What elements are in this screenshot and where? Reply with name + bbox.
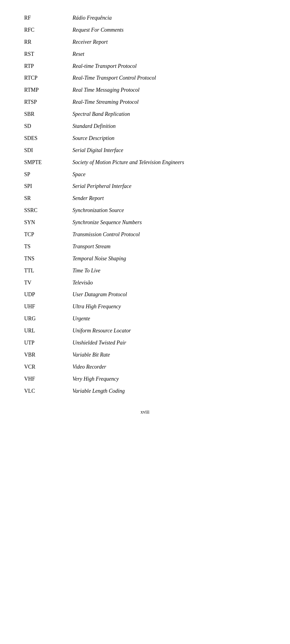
list-item: UDPUser Datagram Protocol — [24, 289, 266, 301]
list-item: URLUniform Resource Locator — [24, 325, 266, 337]
abbreviation: RF — [24, 12, 72, 24]
definition: Temporal Noise Shaping — [72, 253, 266, 265]
definition: Request For Comments — [72, 24, 266, 36]
list-item: TNSTemporal Noise Shaping — [24, 253, 266, 265]
definition: Synchronization Source — [72, 205, 266, 217]
list-item: RTCPReal-Time Transport Control Protocol — [24, 72, 266, 84]
list-item: SSRCSynchronization Source — [24, 205, 266, 217]
abbreviation: SD — [24, 120, 72, 132]
abbreviation: SP — [24, 169, 72, 181]
definition: Rádio Frequência — [72, 12, 266, 24]
definition: Very High Frequency — [72, 373, 266, 385]
definition: Reset — [72, 48, 266, 60]
abbreviation: SMPTE — [24, 157, 72, 169]
abbreviation: RFC — [24, 24, 72, 36]
abbreviation: SDI — [24, 144, 72, 157]
abbreviation: SSRC — [24, 205, 72, 217]
abbreviation: VBR — [24, 349, 72, 361]
definition: Real-Time Transport Control Protocol — [72, 72, 266, 84]
definition: Real-Time Streaming Protocol — [72, 96, 266, 108]
abbreviation: SDES — [24, 132, 72, 144]
list-item: SPSpace — [24, 169, 266, 181]
abbreviation: TNS — [24, 253, 72, 265]
list-item: VBRVariable Bit Rate — [24, 349, 266, 361]
list-item: VCRVideo Recorder — [24, 361, 266, 373]
list-item: SDStandard Definition — [24, 120, 266, 132]
definition: User Datagram Protocol — [72, 289, 266, 301]
abbreviation: TCP — [24, 229, 72, 241]
abbreviation: RTMP — [24, 84, 72, 96]
definition: Serial Digital Interface — [72, 144, 266, 157]
list-item: SPISerial Peripheral Interface — [24, 180, 266, 192]
definition: Real-time Transport Protocol — [72, 60, 266, 72]
list-item: SBRSpectral Band Replication — [24, 108, 266, 120]
definition: Society of Motion Picture and Television… — [72, 157, 266, 169]
list-item: SDESSource Description — [24, 132, 266, 144]
list-item: RTPReal-time Transport Protocol — [24, 60, 266, 72]
list-item: SMPTESociety of Motion Picture and Telev… — [24, 157, 266, 169]
abbreviation: VCR — [24, 361, 72, 373]
list-item: SDISerial Digital Interface — [24, 144, 266, 157]
abbreviation: TS — [24, 241, 72, 253]
abbreviation: SYN — [24, 217, 72, 229]
list-item: RSTReset — [24, 48, 266, 60]
abbreviation: SPI — [24, 180, 72, 192]
definition: Serial Peripheral Interface — [72, 180, 266, 192]
abbreviation: RTCP — [24, 72, 72, 84]
page-number: xviii — [24, 409, 266, 415]
list-item: TCPTransmission Control Protocol — [24, 229, 266, 241]
abbreviation: UHF — [24, 301, 72, 313]
abbreviation: VLC — [24, 385, 72, 397]
list-item: URGUrgente — [24, 313, 266, 325]
list-item: RRReceiver Report — [24, 36, 266, 48]
abbreviation: SBR — [24, 108, 72, 120]
list-item: SYNSynchronize Sequence Numbers — [24, 217, 266, 229]
abbreviation: TV — [24, 277, 72, 289]
definition: Televisão — [72, 277, 266, 289]
abbreviation: SR — [24, 192, 72, 205]
abbreviation: UDP — [24, 289, 72, 301]
list-item: RTMPReal Time Messaging Protocol — [24, 84, 266, 96]
definition: Receiver Report — [72, 36, 266, 48]
definition: Time To Live — [72, 265, 266, 277]
definition: Transport Stream — [72, 241, 266, 253]
list-item: SRSender Report — [24, 192, 266, 205]
acronym-table: RFRádio FrequênciaRFCRequest For Comment… — [24, 12, 266, 397]
definition: Ultra High Frequency — [72, 301, 266, 313]
list-item: UTPUnshielded Twisted Pair — [24, 337, 266, 349]
abbreviation: UTP — [24, 337, 72, 349]
abbreviation: RR — [24, 36, 72, 48]
definition: Variable Length Coding — [72, 385, 266, 397]
list-item: RFCRequest For Comments — [24, 24, 266, 36]
definition: Urgente — [72, 313, 266, 325]
definition: Video Recorder — [72, 361, 266, 373]
definition: Spectral Band Replication — [72, 108, 266, 120]
abbreviation: TTL — [24, 265, 72, 277]
definition: Uniform Resource Locator — [72, 325, 266, 337]
definition: Unshielded Twisted Pair — [72, 337, 266, 349]
abbreviation: RTSP — [24, 96, 72, 108]
abbreviation: VHF — [24, 373, 72, 385]
abbreviation: URL — [24, 325, 72, 337]
abbreviation: RST — [24, 48, 72, 60]
list-item: RTSPReal-Time Streaming Protocol — [24, 96, 266, 108]
definition: Standard Definition — [72, 120, 266, 132]
list-item: VHFVery High Frequency — [24, 373, 266, 385]
list-item: UHFUltra High Frequency — [24, 301, 266, 313]
definition: Variable Bit Rate — [72, 349, 266, 361]
list-item: TSTransport Stream — [24, 241, 266, 253]
abbreviation: RTP — [24, 60, 72, 72]
list-item: VLCVariable Length Coding — [24, 385, 266, 397]
definition: Sender Report — [72, 192, 266, 205]
definition: Synchronize Sequence Numbers — [72, 217, 266, 229]
list-item: TTLTime To Live — [24, 265, 266, 277]
list-item: TVTelevisão — [24, 277, 266, 289]
definition: Real Time Messaging Protocol — [72, 84, 266, 96]
abbreviation: URG — [24, 313, 72, 325]
definition: Space — [72, 169, 266, 181]
list-item: RFRádio Frequência — [24, 12, 266, 24]
definition: Transmission Control Protocol — [72, 229, 266, 241]
definition: Source Description — [72, 132, 266, 144]
